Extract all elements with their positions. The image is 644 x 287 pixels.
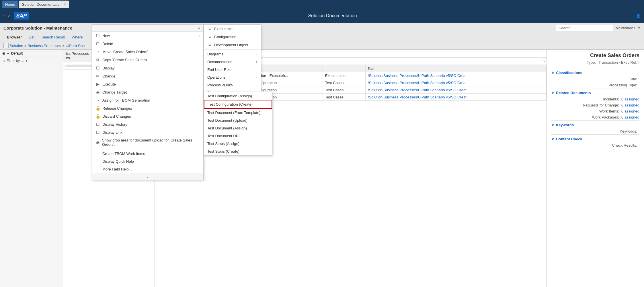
operations-arrow-icon: › — [256, 75, 257, 79]
breadcrumb-solution[interactable]: Solution — [10, 44, 23, 48]
tab-where[interactable]: Where — [68, 34, 86, 41]
title-bar: Home Solution Documentation ✕ — [0, 0, 644, 9]
menu-assign-tbom-label: Assign for TBOM Generation — [102, 98, 150, 102]
row-path-1[interactable]: /Solution/Business Processes/UiPath Scen… — [368, 73, 470, 78]
test-menu-from-template[interactable]: Test Document (From Template) — [204, 109, 272, 117]
menu-item-create-tbom[interactable]: Create TBOM Work Items — [92, 150, 203, 158]
menu-item-execute[interactable]: ▶ Execute — [92, 80, 203, 88]
menu-item-assign-tbom[interactable]: ↔ Assign for TBOM Generation — [92, 96, 203, 104]
menu-display-label: Display — [102, 66, 115, 70]
row-path-3[interactable]: /Solution/Business Processes/UiPath Scen… — [368, 88, 470, 92]
submenu-item-operations[interactable]: Operations › — [204, 73, 261, 81]
breadcrumb-back-button[interactable]: ‹ — [3, 43, 9, 48]
tab-search-result[interactable]: Search Result — [38, 34, 68, 41]
maintenance-chevron-icon[interactable]: ▼ — [638, 26, 641, 30]
history-icon: ☐ — [95, 122, 100, 127]
change-target-icon: ◉ — [95, 90, 100, 94]
row-path-2[interactable]: /Solution/Business Processes/UiPath Scen… — [368, 81, 470, 85]
test-menu-upload[interactable]: Test Document (Upload) — [204, 117, 272, 124]
submenu-item-documentation[interactable]: Documentation › — [204, 58, 261, 66]
menu-item-change[interactable]: ✏ Change — [92, 72, 203, 80]
menu-item-display-link[interactable]: ☐ Display Link — [92, 128, 203, 136]
menu-drop-label: Show drop area for document upload for '… — [102, 138, 200, 147]
tab-solution-doc-label: Solution Documentation — [22, 2, 62, 7]
discard-icon: 🔒 — [95, 114, 100, 119]
menu-item-show-drop[interactable]: ◉ Show drop area for document upload for… — [92, 136, 203, 148]
section-content-check[interactable]: ∨ Content Check — [551, 134, 639, 142]
menu-item-new[interactable]: ☐ New › — [92, 32, 203, 40]
menu-item-display[interactable]: ☐ Display — [92, 64, 203, 72]
menu-item-field-help[interactable]: More Field Help... — [92, 165, 203, 173]
section-classifications[interactable]: ∨ Classifications — [551, 68, 639, 76]
menu-discard-label: Discard Changes — [102, 114, 131, 119]
menu-item-copy[interactable]: ⧉ Copy 'Create Sales Orders' — [92, 56, 203, 64]
submenu-item-diagrams[interactable]: Diagrams › — [204, 50, 261, 58]
execute-icon: ▶ — [95, 82, 100, 86]
test-menu-doc-url[interactable]: Test Document URL — [204, 132, 272, 140]
context-menu-collapse-icon[interactable]: ∧ — [198, 26, 200, 30]
search-input[interactable] — [556, 25, 613, 31]
submenu-item-executable[interactable]: ≡ Executable — [204, 25, 261, 33]
menu-copy-label: Copy 'Create Sales Orders' — [102, 58, 147, 62]
app-title: Corporate Solution - Maintenance — [3, 26, 72, 30]
test-upload-label: Test Document (Upload) — [207, 118, 247, 123]
test-assign-label: Test Configuration (Assign) — [207, 94, 252, 98]
submenu-item-end-user-role[interactable]: End User Role — [204, 66, 261, 73]
table-scroll-right-icon[interactable]: › — [543, 59, 545, 64]
type-value: Transaction <Exec.Ref.> — [598, 60, 639, 65]
menu-item-move[interactable]: ↔ Move 'Create Sales Orders' — [92, 48, 203, 56]
section-related-docs[interactable]: ∨ Related Documents — [551, 88, 639, 96]
menu-item-delete[interactable]: ⊟ Delete — [92, 40, 203, 48]
test-steps-assign-label: Test Steps (Assign) — [207, 141, 239, 146]
test-menu-doc-assign[interactable]: Test Document (Assign) — [204, 124, 272, 132]
test-doc-assign-label: Test Document (Assign) — [207, 126, 247, 130]
home-icon[interactable]: ⌂ — [8, 14, 10, 18]
tree-chevron-icon[interactable]: ▼ — [7, 52, 9, 55]
submenu-item-process-link[interactable]: Process <Link> — [204, 81, 261, 89]
row-cat-1: Executables — [323, 72, 365, 79]
test-menu-steps-assign[interactable]: Test Steps (Assign) — [204, 140, 272, 148]
tab-list[interactable]: List — [25, 34, 38, 41]
menu-item-change-target[interactable]: ◉ Change Target — [92, 88, 203, 96]
row-path-4[interactable]: /Solution/Business Processes/UiPath Scen… — [368, 95, 470, 99]
user-icon[interactable]: 👤 — [636, 14, 641, 18]
menu-item-display-history[interactable]: ☐ Display History — [92, 120, 203, 128]
menu-item-quick-help[interactable]: Display Quick Help — [92, 158, 203, 165]
tab-solution-doc[interactable]: Solution Documentation ✕ — [19, 1, 69, 8]
close-icon[interactable]: ✕ — [63, 3, 66, 6]
footer-collapse-icon[interactable]: ∨ — [146, 174, 149, 179]
menu-delete-label: Delete — [102, 42, 113, 46]
test-menu-steps-create[interactable]: Test Steps (Create) — [204, 148, 272, 155]
test-doc-url-label: Test Document URL — [207, 134, 241, 138]
back-icon[interactable]: ‹ — [3, 14, 5, 18]
submenu-item-dev-object[interactable]: ≡ Development Object — [204, 41, 261, 49]
filter-chevron-icon[interactable]: ▼ — [25, 59, 28, 62]
chevron-down-icon-2: ∨ — [551, 91, 554, 95]
sidebar-filter[interactable]: ⊿ Filter by ... ▼ — [0, 57, 63, 64]
context-menu-header: ∧ — [92, 25, 203, 32]
menu-move-label: Move 'Create Sales Orders' — [102, 50, 148, 54]
field-requests-change: Requests for Change: 0 assigned — [551, 102, 639, 108]
tab-browser[interactable]: Browser — [3, 34, 25, 41]
section-keywords[interactable]: ∨ Keywords — [551, 120, 639, 128]
breadcrumb-uipath[interactable]: UiPath Scen... — [66, 44, 89, 48]
menu-item-discard[interactable]: 🔒 Discard Changes — [92, 112, 203, 120]
type-label: Type: — [587, 60, 596, 65]
menu-execute-label: Execute — [102, 82, 116, 86]
default-label: Default — [11, 51, 23, 55]
test-menu-assign[interactable]: Test Configuration (Assign) — [204, 92, 272, 100]
menu-new-label: New — [102, 34, 110, 38]
menu-item-release[interactable]: 🔒 Release Changes — [92, 104, 203, 112]
context-menu-footer: ∨ — [92, 173, 203, 180]
submenu-item-configuration[interactable]: ≡ Configuration — [204, 33, 261, 41]
submenu-configuration-label: Configuration — [214, 35, 236, 39]
filter-icon: ⊿ — [2, 59, 5, 63]
change-icon: ✏ — [95, 74, 100, 78]
breadcrumb-business-processes[interactable]: Business Processes — [28, 44, 61, 48]
tab-home[interactable]: Home — [2, 1, 18, 8]
new-icon: ☐ — [95, 33, 100, 38]
test-menu-create[interactable]: Test Configuration (Create) — [204, 100, 272, 109]
delete-icon: ⊟ — [95, 41, 100, 46]
chevron-down-icon-4: ∨ — [551, 137, 554, 141]
submenu-dev-object-label: Development Object — [214, 43, 248, 47]
